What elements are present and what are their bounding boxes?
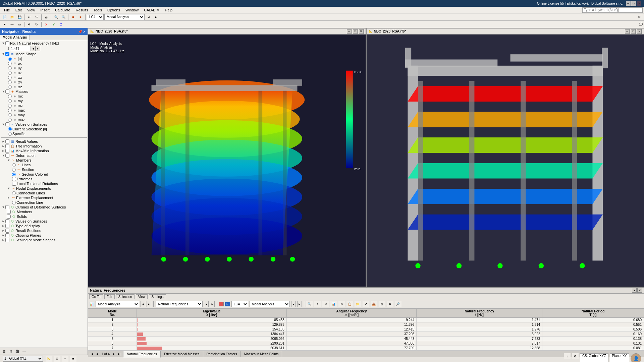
settings-tb-btn[interactable]: ⚙ (636, 14, 643, 20)
check-result-vals[interactable] (5, 139, 9, 143)
res-tb-btn4[interactable]: 📊 (330, 301, 337, 307)
res-lc-prev[interactable]: ◄ (291, 301, 296, 307)
vp-left-close[interactable]: ✕ (359, 29, 364, 34)
radio-section[interactable] (12, 168, 16, 172)
res-tb-btn10[interactable]: 🖨 (379, 301, 385, 307)
freq-value-input[interactable] (11, 46, 31, 51)
freq-prev[interactable]: ◄ (31, 46, 36, 51)
toggle-mode[interactable]: ▼ (1, 52, 5, 56)
node-btn[interactable]: ● (1, 21, 8, 27)
toggle-maxmin[interactable]: ► (1, 149, 5, 153)
vp-right-min[interactable]: ─ (625, 29, 630, 34)
next-mode-btn[interactable]: ► (153, 14, 159, 20)
new-btn[interactable]: 📄 (1, 14, 8, 20)
check-solids[interactable] (7, 215, 11, 219)
minimize-btn[interactable]: ─ (626, 1, 631, 6)
menu-calculate[interactable]: Calculate (52, 7, 73, 13)
res-tb-btn7[interactable]: 📁 (355, 301, 361, 307)
radio-conn-line[interactable] (12, 201, 16, 204)
nav-btn-4[interactable]: — (21, 349, 27, 354)
undo-btn[interactable]: ↩ (26, 14, 33, 20)
status-right-btn1[interactable]: ↕ (564, 353, 571, 359)
status-right-btn2[interactable]: ⚙ (572, 353, 579, 359)
radio-section-col[interactable] (12, 173, 16, 176)
lc-dropdown[interactable]: LC4 (87, 14, 104, 20)
table-row[interactable]: 4 1384.447 37.208 5.922 0.169 (88, 331, 644, 336)
radio-phiz[interactable] (8, 85, 12, 89)
render2-btn[interactable]: ■ (77, 14, 84, 20)
toggle-res-sect[interactable]: ► (1, 229, 5, 232)
prev-mode-btn[interactable]: ◄ (145, 14, 152, 20)
move-btn[interactable]: ✥ (26, 21, 33, 27)
analysis-dropdown-tb[interactable]: Modal Analysis (104, 14, 145, 20)
check-members-outl[interactable] (7, 210, 11, 214)
nav-pin-btn[interactable]: 📌 (78, 30, 82, 34)
results-selection-btn[interactable]: Selection (116, 294, 135, 299)
menu-results[interactable]: Results (73, 7, 91, 13)
results-goto-btn[interactable]: Go To (89, 294, 103, 299)
toggle-val-surf2[interactable]: ► (1, 220, 5, 223)
check-val-surf[interactable] (5, 122, 9, 126)
radio-mx[interactable] (8, 95, 12, 98)
maximize-btn[interactable]: □ (631, 1, 636, 6)
check-outlines[interactable] (5, 205, 9, 209)
status-btn-1[interactable]: 📐 (46, 356, 52, 362)
radio-conn-lines[interactable] (12, 191, 16, 195)
toggle-outlines[interactable]: ▼ (1, 205, 5, 209)
save-btn[interactable]: 💾 (16, 14, 23, 20)
res-freq-prev[interactable]: ◄ (204, 301, 209, 307)
vp-left-min[interactable]: ─ (347, 29, 352, 34)
menu-edit[interactable]: Edit (13, 7, 24, 13)
render-btn[interactable]: ■ (70, 14, 76, 20)
radio-cur-sel[interactable] (8, 127, 12, 131)
status-btn-2[interactable]: ⚙ (54, 356, 60, 362)
res-freq-next[interactable]: ► (210, 301, 215, 307)
check-mode[interactable] (5, 52, 9, 56)
viewport-right[interactable]: 📐 NBC_2020_RSA.rf6* ─ □ ✕ (366, 28, 644, 287)
res-tb-btn1[interactable]: 🔍 (306, 301, 313, 307)
nav-close-btn[interactable]: ✕ (83, 30, 86, 34)
menu-cad-bim[interactable]: CAD-BIM (141, 7, 162, 13)
open-btn[interactable]: 📂 (9, 14, 15, 20)
check-extremes[interactable] (12, 177, 16, 181)
radio-phiy[interactable] (8, 80, 12, 84)
results-close-btn[interactable]: ✕ (637, 288, 642, 293)
results-lc-analysis-select[interactable]: Modal Analysis (250, 301, 290, 307)
results-freq-select[interactable]: Natural Frequencies (156, 301, 203, 307)
results-analysis-select[interactable]: Modal Analysis (96, 301, 139, 307)
toggle-extreme-d[interactable]: ► (7, 196, 11, 199)
toggle-type-disp[interactable]: ► (1, 224, 5, 228)
radio-phix[interactable] (8, 76, 12, 79)
check-res-sect[interactable] (5, 229, 9, 233)
axis-z-btn[interactable]: Z (58, 21, 64, 27)
toggle-masses[interactable]: ▼ (1, 90, 5, 93)
toggle-nodal[interactable]: ▼ (7, 187, 11, 190)
radio-may[interactable] (8, 113, 12, 117)
keyword-search[interactable] (582, 7, 643, 13)
check-local-tors[interactable] (12, 182, 16, 186)
table-row[interactable]: 6 2290.201 47.856 7.617 0.131 (88, 341, 644, 346)
res-tb-btn2[interactable]: ↕ (314, 301, 321, 307)
toggle-val-surf[interactable]: ▼ (1, 123, 5, 126)
radio-maz[interactable] (8, 118, 12, 122)
results-lc-select[interactable]: LC4 (231, 301, 248, 307)
radio-uz[interactable] (8, 71, 12, 75)
radio-my[interactable] (8, 99, 12, 103)
check-type-disp[interactable] (5, 224, 9, 228)
results-view-btn[interactable]: View (136, 294, 148, 299)
check-masses[interactable] (5, 89, 9, 94)
vp-right-max[interactable]: □ (631, 29, 636, 34)
menu-view[interactable]: View (24, 7, 38, 13)
table-row[interactable]: 1 85.458 9.244 1.471 0.680 (88, 317, 644, 322)
res-next-btn[interactable]: ► (147, 301, 151, 307)
radio-ux[interactable] (8, 62, 12, 65)
rotate-btn[interactable]: ↻ (33, 21, 40, 27)
radio-mz[interactable] (8, 104, 12, 108)
table-row[interactable]: 2 129.875 11.396 1.814 0.551 (88, 322, 644, 327)
redo-btn[interactable]: ↪ (33, 14, 40, 20)
results-expand-btn[interactable]: ▲ (632, 288, 637, 293)
check-clip[interactable] (5, 233, 9, 237)
toggle-deform[interactable]: ▼ (1, 154, 5, 157)
res-tb-btn9[interactable]: 📤 (371, 301, 377, 307)
view-select[interactable]: 1 - Global XYZ (3, 356, 43, 362)
